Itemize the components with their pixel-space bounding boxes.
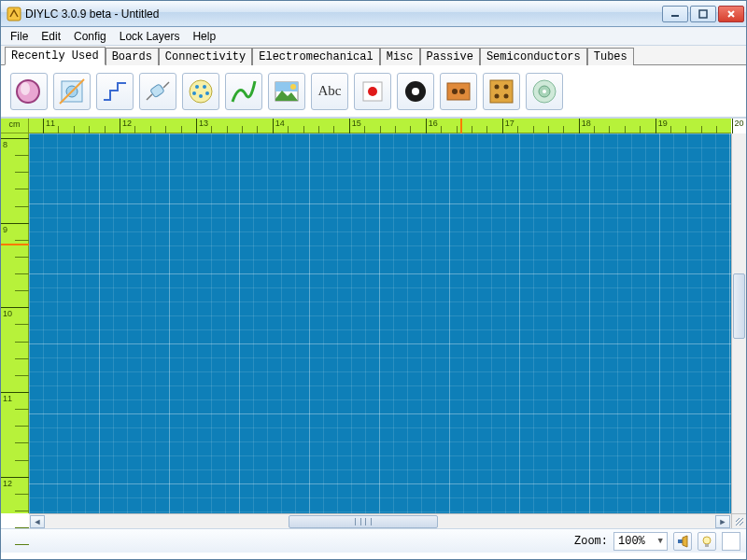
menu-edit[interactable]: Edit (35, 28, 66, 45)
canvas-grid (29, 133, 731, 513)
menu-file[interactable]: File (5, 28, 34, 45)
canvas[interactable] (29, 133, 731, 513)
window-title: DIYLC 3.0.9 beta - Untitled (25, 7, 662, 21)
menu-config[interactable]: Config (68, 28, 112, 45)
chevron-down-icon: ▼ (658, 537, 663, 546)
ruler-horizontal[interactable]: 11121314151617181920 (29, 119, 731, 133)
svg-point-31 (504, 93, 509, 98)
svg-rect-24 (447, 83, 470, 100)
announcement-icon[interactable] (673, 532, 692, 551)
svg-point-14 (192, 91, 196, 95)
svg-rect-2 (699, 10, 707, 18)
workarea: cm 11121314151617181920 89101112 ◄ ► (1, 118, 746, 528)
menu-help[interactable]: Help (187, 28, 221, 45)
label-tool-text: Abc (318, 83, 342, 99)
minimize-button[interactable] (662, 6, 688, 22)
svg-rect-27 (490, 80, 513, 103)
svg-point-23 (412, 88, 419, 95)
scrollbar-horizontal[interactable]: ◄ ► (29, 513, 731, 528)
image-tool[interactable] (268, 73, 305, 110)
scroll-right-button[interactable]: ► (715, 515, 730, 528)
window-buttons (662, 6, 744, 22)
hookup-wire-tool[interactable] (225, 73, 262, 110)
turret-board-tool[interactable] (53, 73, 91, 110)
svg-point-30 (495, 93, 500, 98)
svg-point-28 (495, 84, 500, 89)
svg-point-12 (195, 85, 199, 89)
scrollbar-vertical[interactable] (731, 133, 746, 513)
tab-boards[interactable]: Boards (106, 48, 159, 65)
statusbar: Zoom: 100% ▼ (1, 528, 746, 553)
scroll-left-button[interactable]: ◄ (30, 515, 45, 528)
tab-tubes[interactable]: Tubes (587, 48, 634, 65)
scroll-corner[interactable] (731, 513, 746, 528)
svg-point-29 (504, 84, 509, 89)
svg-point-36 (703, 537, 711, 544)
solder-pad-tool[interactable] (10, 73, 48, 110)
scrollbar-horizontal-thumb[interactable] (289, 515, 438, 528)
svg-rect-35 (678, 539, 683, 543)
svg-point-34 (543, 90, 546, 93)
svg-point-15 (199, 94, 203, 98)
cd-tool[interactable] (526, 73, 563, 110)
resize-grip-icon (734, 516, 745, 527)
led-tool[interactable] (354, 73, 391, 110)
svg-point-13 (203, 85, 206, 89)
titlebar: DIYLC 3.0.9 beta - Untitled (1, 1, 746, 27)
tab-recently-used[interactable]: Recently Used (5, 47, 106, 65)
eyelet-tool[interactable] (397, 73, 434, 110)
tab-semiconductors[interactable]: Semiconductors (480, 48, 587, 65)
label-tool[interactable]: Abc (311, 73, 348, 110)
perfboard-tool[interactable] (440, 73, 477, 110)
tool-palette: Abc (1, 65, 746, 118)
resistor-tool[interactable] (139, 73, 176, 110)
svg-point-4 (21, 82, 30, 95)
tab-passive[interactable]: Passive (420, 48, 480, 65)
zoom-label: Zoom: (574, 535, 608, 548)
tab-connectivity[interactable]: Connectivity (159, 48, 252, 65)
svg-point-11 (190, 80, 212, 103)
close-button[interactable] (718, 6, 744, 22)
zoom-select[interactable]: 100% ▼ (613, 532, 668, 551)
menubar: File Edit Config Lock Layers Help (1, 27, 746, 46)
scrollbar-vertical-thumb[interactable] (733, 273, 745, 339)
canvas-viewport (29, 133, 731, 513)
svg-point-21 (368, 87, 377, 96)
component-tabs: Recently Used Boards Connectivity Electr… (1, 46, 746, 65)
scrollbar-horizontal-track[interactable] (46, 515, 714, 528)
svg-rect-37 (705, 544, 709, 547)
svg-line-10 (163, 82, 169, 88)
ruler-vertical[interactable]: 89101112 (1, 133, 29, 513)
menu-lock-layers[interactable]: Lock Layers (114, 28, 186, 45)
svg-point-26 (459, 89, 465, 94)
breadboard-tool[interactable] (483, 73, 520, 110)
tab-electromechanical[interactable]: Electromechanical (252, 48, 379, 65)
svg-point-16 (205, 91, 209, 95)
tab-misc[interactable]: Misc (380, 48, 420, 65)
app-icon (7, 7, 21, 21)
svg-point-25 (452, 89, 458, 94)
svg-point-19 (290, 84, 296, 90)
svg-line-8 (147, 94, 152, 100)
status-box[interactable] (722, 532, 740, 551)
trace-tool[interactable] (96, 73, 134, 110)
svg-rect-9 (150, 83, 165, 97)
zoom-value: 100% (618, 535, 645, 548)
bulb-icon[interactable] (698, 532, 716, 551)
ruler-unit: cm (1, 119, 29, 133)
ic-dip-tool[interactable] (182, 73, 219, 110)
maximize-button[interactable] (690, 6, 716, 22)
